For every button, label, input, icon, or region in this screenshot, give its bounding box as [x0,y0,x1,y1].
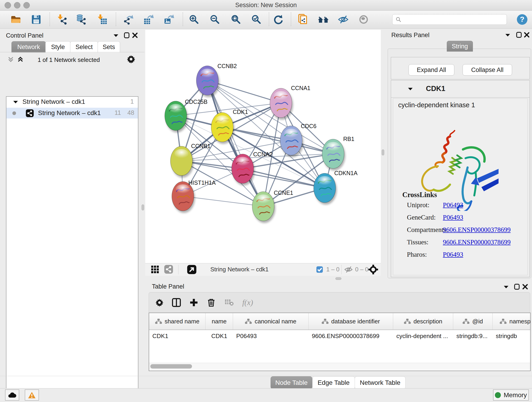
save-session-icon[interactable] [31,14,42,25]
refresh-icon[interactable] [272,14,284,25]
table-settings-gear-icon[interactable] [154,297,165,308]
cell--id[interactable]: stringdb:9... [453,330,493,342]
node-label-CCNA1: CCNA1 [291,85,310,91]
node-HIST1H1A[interactable] [172,182,195,213]
cell-namespace[interactable]: stringdb [493,330,531,342]
column-header-shared-name[interactable]: shared name [149,313,206,330]
node-CCNE1[interactable] [252,191,275,223]
import-table-icon[interactable] [96,14,108,25]
node-CDK1[interactable] [211,113,234,144]
expand-all-button[interactable]: Expand All [409,64,454,76]
network-options-gear-icon[interactable] [127,55,136,64]
tab-sets[interactable]: Sets [98,41,120,52]
tab-select[interactable]: Select [70,41,98,52]
export-table-icon[interactable] [143,14,154,25]
tab-network-table[interactable]: Network Table [355,376,405,389]
zoom-in-icon[interactable] [188,14,200,25]
zoom-fit-icon[interactable] [230,14,242,25]
cell-shared-name[interactable]: CDK1 [149,330,206,342]
network-row-selected[interactable]: String Network – cdk1 11 48 [6,108,138,119]
node-CCNA2[interactable] [232,154,255,185]
cell-database-identifier[interactable]: 9606.ENSP00000378699 [309,330,393,342]
results-panel-float-icon[interactable] [505,33,510,37]
tab-style[interactable]: Style [45,41,70,52]
network-column-icon [245,319,252,324]
zoom-out-icon[interactable] [209,14,221,25]
clone-network-icon[interactable] [297,14,309,25]
memory-button[interactable]: Memory [493,389,529,401]
import-network-icon[interactable] [56,14,68,25]
column-header-canonical-name[interactable]: canonical name [233,313,309,330]
selected-nodes-checkbox[interactable] [316,266,323,273]
column-header--id[interactable]: @id [453,313,493,330]
edge-CCNB2-CCNE1[interactable] [207,80,263,206]
table-header-row: shared namenamecanonical namedatabase id… [149,313,531,330]
crosslink-link[interactable]: 9606.ENSP00000378699 [443,238,511,246]
collapse-all-button[interactable]: Collapse All [462,64,512,76]
network-share-icon[interactable] [164,265,173,274]
tab-node-table[interactable]: Node Table [271,376,312,389]
home-icon[interactable] [317,14,329,25]
network-column-icon [155,319,162,324]
delete-column-icon[interactable] [206,297,217,308]
column-header-name[interactable]: name [206,313,233,330]
bottom-splitter-handle[interactable] [336,277,341,280]
birdseye-crosshair-icon[interactable] [368,264,379,275]
crosslink-label: Compartments: [407,226,443,234]
show-columns-icon[interactable] [171,297,182,308]
left-splitter-handle[interactable] [142,204,144,211]
collection-label: String Network – cdk1 [22,98,85,105]
table-hscrollbar[interactable] [149,363,530,370]
table-panel-undock-icon[interactable] [514,283,520,290]
open-in-window-icon[interactable] [187,265,196,274]
cloud-button[interactable] [5,389,19,401]
cell-description[interactable]: cyclin-dependent ... [393,330,453,342]
node-CCNB2[interactable] [196,66,220,97]
crosslink-link[interactable]: P06493 [443,214,463,221]
help-icon[interactable]: ? [516,14,528,25]
open-session-icon[interactable] [10,14,21,25]
node-CDC6[interactable] [280,126,303,157]
warning-button[interactable] [25,389,39,401]
crosslink-link[interactable]: P06493 [443,251,463,258]
tab-edge-table[interactable]: Edge Table [312,376,355,389]
tab-network[interactable]: Network [12,41,46,52]
grid-view-icon[interactable] [151,265,159,274]
results-panel-undock-icon[interactable] [516,32,522,38]
node-CCNB1[interactable] [171,146,194,178]
export-network-icon[interactable] [123,14,134,25]
zoom-selected-icon[interactable] [251,14,262,25]
create-column-icon[interactable] [188,297,199,308]
node-CCNA1[interactable] [270,88,293,120]
node-CDKN1A[interactable] [314,173,337,205]
table-row[interactable]: CDK1CDK1P064939606.ENSP00000378699cyclin… [149,330,531,342]
column-header-description[interactable]: description [393,313,453,330]
export-image-icon[interactable] [163,14,175,25]
column-header-database-identifier[interactable]: database identifier [309,313,393,330]
hidden-eye-slash-icon[interactable] [344,265,353,274]
node-label-CCNB1: CCNB1 [191,143,210,149]
network-collection-row[interactable]: String Network – cdk1 1 [6,97,138,108]
table-panel-float-icon[interactable] [503,285,509,289]
network-canvas[interactable]: CCNB2CCNA1CDC25BCDK1CDC6RB1CCNB1CCNA2CDK… [145,30,381,263]
network-node-count: 11 [114,109,121,116]
control-panel-float-icon[interactable] [113,33,119,38]
cell-canonical-name[interactable]: P06493 [233,330,309,342]
table-toolbar: f(x) [149,292,530,313]
gene-section-header[interactable]: CDK1 [391,80,530,98]
column-header-namespace[interactable]: namespace [493,313,531,330]
crosslink-link[interactable]: P06493 [443,201,463,209]
tab-string[interactable]: String [447,41,473,51]
edge-CCNA2-CDKN1A[interactable] [243,169,325,188]
search-input[interactable] [404,15,504,24]
hide-panels-icon[interactable] [337,14,349,25]
import-network-from-database-icon[interactable] [75,14,87,25]
control-panel-close-icon[interactable] [132,32,138,38]
crosslink-link[interactable]: 9606.ENSP00000378699 [443,226,511,233]
table-panel-close-icon[interactable] [522,283,528,290]
control-panel-undock-icon[interactable] [124,32,130,38]
results-panel-close-icon[interactable] [524,32,530,38]
show-panels-icon[interactable] [358,14,369,25]
node-RB1[interactable] [322,139,345,171]
cell-name[interactable]: CDK1 [206,330,233,342]
